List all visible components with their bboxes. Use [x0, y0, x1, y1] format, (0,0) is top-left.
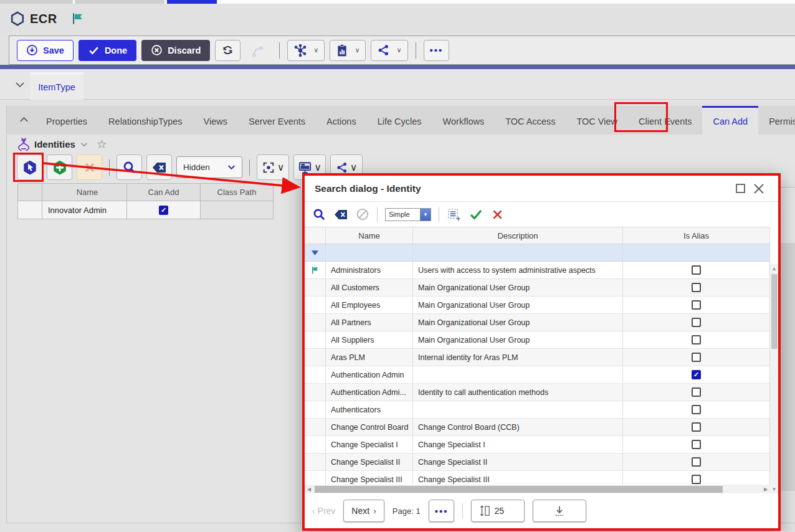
row-selector[interactable] [305, 349, 326, 366]
backspace-clear-icon[interactable] [334, 209, 348, 221]
horizontal-scrollbar[interactable]: ◀ ▶ [305, 485, 770, 493]
is-alias-checkbox[interactable] [692, 265, 701, 275]
row-selector[interactable] [305, 331, 326, 348]
filter-description-cell[interactable] [413, 244, 623, 261]
scroll-up-icon[interactable]: ▲ [770, 264, 778, 273]
save-button[interactable]: Save [17, 40, 74, 61]
scroll-left-icon[interactable]: ◀ [305, 487, 313, 492]
collapse-chevron-icon[interactable] [19, 116, 29, 123]
tab-can-add[interactable]: Can Add [702, 106, 758, 135]
dialog-row[interactable]: All CustomersMain Organizational User Gr… [305, 279, 770, 297]
scroll-right-icon[interactable]: ▶ [761, 487, 770, 492]
row-flag-icon[interactable] [305, 262, 326, 278]
tab-views[interactable]: Views [193, 106, 238, 135]
page-size-control[interactable]: 25 [471, 500, 525, 522]
pick-related-button[interactable] [17, 154, 42, 180]
col-name[interactable]: Name [42, 183, 127, 201]
clear-search-button[interactable] [146, 154, 172, 180]
chevron-down-icon[interactable] [15, 82, 25, 88]
dialog-row[interactable]: Change Specialist IChange Specialist I [305, 436, 770, 454]
col-can-add[interactable]: Can Add [127, 183, 201, 201]
close-button[interactable] [750, 179, 768, 198]
search-button[interactable] [117, 154, 142, 180]
tab-client-events[interactable]: Client Events [628, 106, 702, 135]
tab-toc-view[interactable]: TOC View [566, 106, 629, 135]
tab-workflows[interactable]: Workflows [432, 106, 495, 135]
flag-icon[interactable] [71, 12, 85, 26]
tab-itemtype[interactable]: ItemType [30, 72, 83, 100]
done-button[interactable]: Done [79, 40, 136, 61]
favorite-star-icon[interactable]: ☆ [97, 137, 107, 151]
is-alias-checkbox[interactable] [692, 283, 701, 292]
dialog-row[interactable]: All PartnersMain Organizational User Gro… [305, 314, 770, 331]
tab-life-cycles[interactable]: Life Cycles [367, 106, 432, 135]
search-mode-select[interactable]: Simple ▼ [385, 208, 431, 221]
is-alias-checkbox[interactable] [692, 475, 701, 484]
discard-button[interactable]: Discard [141, 40, 210, 61]
chevron-down-icon[interactable] [80, 142, 88, 147]
col-description[interactable]: Description [413, 227, 623, 244]
cancel-x-icon[interactable] [491, 208, 504, 221]
scrollbar-thumb[interactable] [315, 486, 723, 493]
dialog-row[interactable]: Authentication Admin [305, 366, 770, 384]
is-alias-checkbox[interactable] [692, 335, 701, 344]
vertical-scrollbar[interactable]: ▲ ▼ [770, 264, 778, 493]
is-alias-checkbox[interactable] [692, 457, 701, 467]
is-alias-checkbox[interactable] [692, 370, 701, 379]
is-alias-checkbox[interactable] [692, 318, 701, 327]
dialog-row[interactable]: Authenticators [305, 401, 770, 419]
row-selector[interactable] [305, 279, 326, 296]
is-alias-checkbox[interactable] [692, 353, 701, 362]
row-selector[interactable] [305, 471, 326, 485]
col-class-path[interactable]: Class Path [201, 183, 274, 201]
filter-dropdown[interactable] [305, 244, 326, 261]
refresh-button[interactable] [215, 40, 240, 61]
next-page-button[interactable]: Next › [343, 500, 384, 522]
is-alias-checkbox[interactable] [692, 405, 701, 414]
overflow-button[interactable]: ••• [424, 40, 450, 61]
row-selector[interactable] [305, 384, 326, 401]
scroll-down-icon[interactable]: ▼ [770, 485, 778, 493]
search-icon[interactable] [312, 207, 326, 222]
row-selector[interactable] [305, 454, 326, 470]
filter-name-cell[interactable] [326, 244, 413, 261]
tab-toc-access[interactable]: TOC Access [495, 106, 566, 135]
multiselect-list-icon[interactable] [447, 207, 461, 222]
row-selector[interactable] [305, 419, 326, 435]
dialog-row[interactable]: Change Specialist IIIChange Specialist I… [305, 471, 770, 485]
col-is-alias[interactable]: Is Alias [623, 227, 770, 244]
dialog-row[interactable]: All SuppliersMain Organizational User Gr… [305, 331, 770, 349]
focus-dropdown-button[interactable]: ∨ [257, 154, 289, 180]
dialog-row[interactable]: All EmployeesMain Organizational User Gr… [305, 297, 770, 314]
row-selector[interactable] [305, 366, 326, 383]
download-button[interactable] [533, 500, 586, 522]
row-selector[interactable] [305, 314, 326, 331]
dialog-row[interactable]: AdministratorsUsers with access to syste… [305, 262, 770, 279]
row-selector[interactable] [305, 401, 326, 418]
dialog-row[interactable]: Aras PLMInternal identity for Aras PLM [305, 349, 770, 366]
page-overflow-button[interactable]: ••• [429, 500, 455, 522]
tab-properties[interactable]: Properties [36, 106, 98, 135]
scrollbar-thumb[interactable] [771, 274, 778, 349]
tab-actions[interactable]: Actions [316, 106, 367, 135]
confirm-check-icon[interactable] [469, 207, 483, 222]
is-alias-checkbox[interactable] [692, 440, 701, 449]
row-selector[interactable] [305, 436, 326, 453]
is-alias-checkbox[interactable] [692, 422, 701, 432]
tab-relationshiptypes[interactable]: RelationshipTypes [98, 106, 193, 135]
share-dropdown-button[interactable]: ∨ [371, 40, 407, 61]
row-selector[interactable] [305, 297, 326, 313]
structure-dropdown-button[interactable]: ∨ [287, 40, 325, 61]
col-name[interactable]: Name [326, 227, 413, 244]
can-add-checkbox[interactable] [159, 206, 168, 215]
is-alias-checkbox[interactable] [692, 387, 701, 397]
dialog-row[interactable]: Authentication Admi...Identity to call a… [305, 384, 770, 401]
is-alias-checkbox[interactable] [692, 300, 701, 310]
row-selector[interactable] [17, 201, 42, 219]
filter-is-alias-cell[interactable] [623, 244, 770, 261]
hidden-filter-select[interactable]: Hidden [176, 156, 242, 178]
dialog-row[interactable]: Change Specialist IIChange Specialist II [305, 454, 770, 471]
reports-dropdown-button[interactable]: ∨ [330, 40, 366, 61]
tab-server-events[interactable]: Server Events [238, 106, 316, 135]
tab-permissions[interactable]: Permissions [758, 106, 795, 135]
